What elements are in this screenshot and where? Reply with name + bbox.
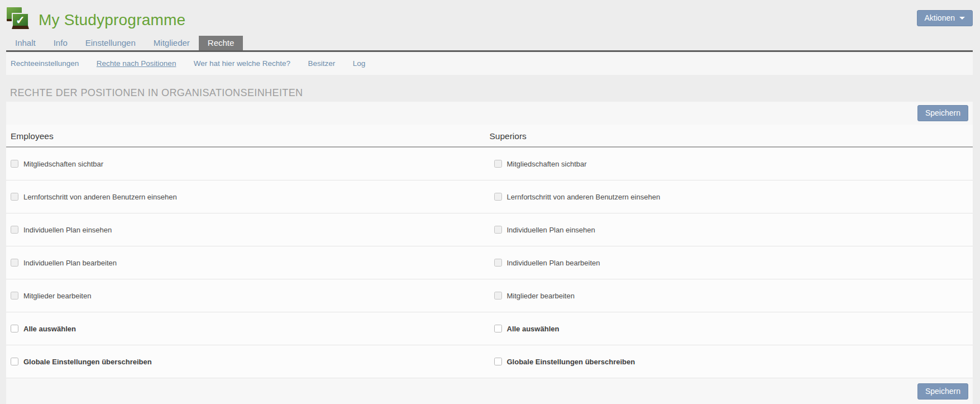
employees-globale-einstellungen-cell: Globale Einstellungen überschreiben: [6, 358, 490, 366]
employees-lernfortschritt-cell: Lernfortschritt von anderen Benutzern ei…: [6, 193, 490, 201]
employees-mitgliedschaften-checkbox[interactable]: [11, 160, 18, 168]
rights-panel: Speichern Employees Superiors Mitgliedsc…: [6, 102, 973, 404]
superiors-plan-bearbeiten-checkbox[interactable]: [494, 259, 502, 267]
main-container: ✓ My Studyprogramme Aktionen Inhalt Info…: [6, 0, 973, 404]
checkbox-label: Alle auswählen: [23, 325, 76, 333]
checkbox-label: Individuellen Plan bearbeiten: [23, 259, 117, 267]
table-row: Mitgliedschaften sichtbar Mitgliedschaft…: [6, 148, 973, 180]
save-button-top[interactable]: Speichern: [917, 105, 968, 121]
subnav-rechte-nach-positionen[interactable]: Rechte nach Positionen: [97, 59, 176, 68]
column-header-employees: Employees: [11, 131, 490, 141]
checkbox-label: Mitglieder bearbeiten: [507, 292, 575, 300]
checkbox-label: Individuellen Plan einsehen: [507, 226, 595, 234]
page-title: My Studyprogramme: [39, 11, 185, 29]
superiors-alle-auswaehlen-cell: Alle auswählen: [490, 325, 973, 333]
table-row: Lernfortschritt von anderen Benutzern ei…: [6, 180, 973, 213]
superiors-plan-einsehen-checkbox[interactable]: [494, 226, 502, 234]
checkbox-label: Mitgliedschaften sichtbar: [507, 160, 587, 168]
studyprogramme-logo-icon: ✓: [7, 7, 31, 32]
employees-mitgliedschaften-cell: Mitgliedschaften sichtbar: [6, 160, 490, 168]
superiors-mitgliedschaften-checkbox[interactable]: [494, 160, 502, 168]
employees-alle-auswaehlen-cell: Alle auswählen: [6, 325, 490, 333]
employees-alle-auswaehlen-checkbox[interactable]: [11, 325, 18, 332]
table-row: Individuellen Plan einsehen Individuelle…: [6, 213, 973, 246]
checkbox-label: Globale Einstellungen überschreiben: [507, 358, 635, 366]
superiors-mitglieder-bearbeiten-cell: Mitglieder bearbeiten: [490, 292, 973, 300]
employees-mitglieder-bearbeiten-checkbox[interactable]: [11, 292, 18, 300]
app-header: ✓ My Studyprogramme Aktionen: [6, 0, 973, 36]
checkbox-label: Lernfortschritt von anderen Benutzern ei…: [507, 193, 661, 201]
superiors-mitglieder-bearbeiten-checkbox[interactable]: [494, 292, 502, 300]
checkbox-label: Alle auswählen: [507, 325, 560, 333]
table-row: Alle auswählen Alle auswählen: [6, 312, 973, 345]
aktionen-button-label: Aktionen: [925, 13, 955, 23]
superiors-alle-auswaehlen-checkbox[interactable]: [494, 325, 502, 332]
superiors-mitgliedschaften-cell: Mitgliedschaften sichtbar: [490, 160, 973, 168]
checkbox-label: Mitgliedschaften sichtbar: [23, 160, 103, 168]
employees-plan-bearbeiten-checkbox[interactable]: [11, 259, 18, 267]
subnav-rechteeinstellungen[interactable]: Rechteeinstellungen: [11, 59, 79, 68]
superiors-globale-einstellungen-checkbox[interactable]: [494, 358, 502, 365]
superiors-lernfortschritt-cell: Lernfortschritt von anderen Benutzern ei…: [490, 193, 973, 201]
rights-column-headers: Employees Superiors: [6, 125, 973, 148]
save-button-bottom[interactable]: Speichern: [917, 383, 968, 400]
aktionen-dropdown-button[interactable]: Aktionen: [917, 10, 973, 26]
tab-rechte[interactable]: Rechte: [199, 36, 243, 50]
panel-toolbar: Speichern: [6, 102, 973, 125]
table-row: Mitglieder bearbeiten Mitglieder bearbei…: [6, 279, 973, 312]
employees-globale-einstellungen-checkbox[interactable]: [11, 358, 18, 365]
tab-inhalt[interactable]: Inhalt: [6, 36, 45, 50]
checkbox-label: Lernfortschritt von anderen Benutzern ei…: [23, 193, 177, 201]
checkbox-label: Globale Einstellungen überschreiben: [23, 358, 152, 366]
superiors-globale-einstellungen-cell: Globale Einstellungen überschreiben: [490, 358, 973, 366]
superiors-plan-bearbeiten-cell: Individuellen Plan bearbeiten: [490, 259, 973, 267]
checkbox-label: Mitglieder bearbeiten: [23, 292, 91, 300]
panel-footer: Speichern: [6, 378, 973, 404]
table-row: Individuellen Plan bearbeiten Individuel…: [6, 246, 973, 279]
tab-mitglieder[interactable]: Mitglieder: [145, 36, 199, 50]
tab-einstellungen[interactable]: Einstellungen: [77, 36, 145, 50]
section-heading: RECHTE DER POSITIONEN IN ORGANISATIONSEI…: [6, 87, 973, 99]
employees-plan-bearbeiten-cell: Individuellen Plan bearbeiten: [6, 259, 490, 267]
checkbox-label: Individuellen Plan bearbeiten: [507, 259, 600, 267]
subnav-wer-hat-hier-welche-rechte[interactable]: Wer hat hier welche Rechte?: [194, 59, 290, 68]
chevron-down-icon: [959, 17, 965, 20]
employees-plan-einsehen-cell: Individuellen Plan einsehen: [6, 226, 490, 234]
column-header-superiors: Superiors: [490, 131, 969, 141]
subnav-besitzer[interactable]: Besitzer: [308, 59, 335, 68]
employees-lernfortschritt-checkbox[interactable]: [11, 193, 18, 201]
checkbox-label: Individuellen Plan einsehen: [23, 226, 112, 234]
table-row: Globale Einstellungen überschreiben Glob…: [6, 345, 973, 378]
logo-checkmark-icon: ✓: [12, 13, 29, 29]
subnav-log[interactable]: Log: [353, 59, 366, 68]
tab-info[interactable]: Info: [45, 36, 77, 50]
superiors-lernfortschritt-checkbox[interactable]: [494, 193, 502, 201]
employees-plan-einsehen-checkbox[interactable]: [11, 226, 18, 234]
tab-bar: Inhalt Info Einstellungen Mitglieder Rec…: [6, 36, 973, 52]
employees-mitglieder-bearbeiten-cell: Mitglieder bearbeiten: [6, 292, 490, 300]
superiors-plan-einsehen-cell: Individuellen Plan einsehen: [490, 226, 973, 234]
subnav: Rechteeinstellungen Rechte nach Position…: [6, 52, 973, 75]
